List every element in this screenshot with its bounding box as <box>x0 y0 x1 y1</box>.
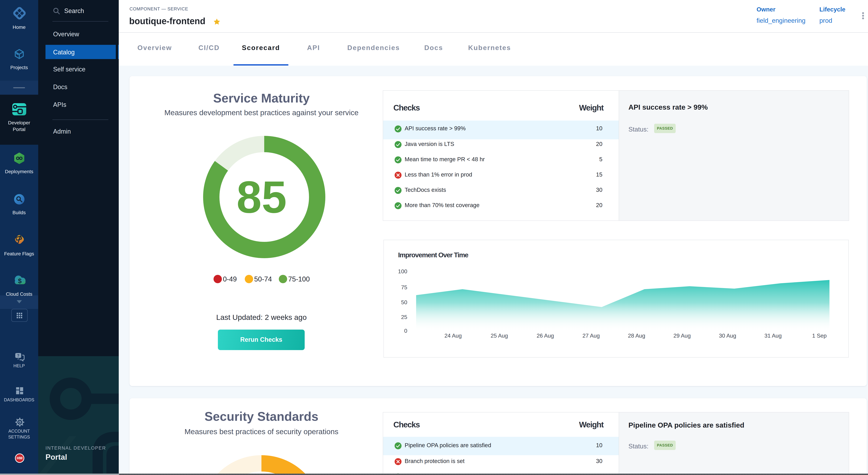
svg-text:?: ? <box>17 353 19 358</box>
svg-text:$: $ <box>18 277 22 285</box>
